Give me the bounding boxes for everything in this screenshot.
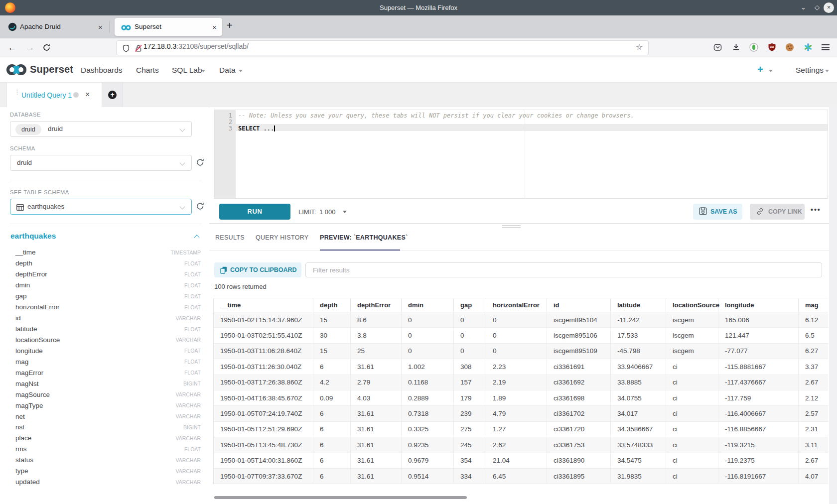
- column-row[interactable]: net VARCHAR: [10, 411, 201, 422]
- table-cell: 15: [313, 344, 351, 359]
- browser-tab-superset[interactable]: Superset ×: [114, 17, 223, 36]
- column-header[interactable]: locationSource: [666, 298, 718, 312]
- column-header[interactable]: latitude: [611, 298, 666, 312]
- column-header[interactable]: __time: [214, 298, 313, 312]
- forward-icon[interactable]: →: [26, 43, 34, 53]
- pocket-icon[interactable]: [713, 43, 722, 54]
- column-row[interactable]: rms FLOAT: [10, 444, 201, 455]
- window-restore-icon[interactable]: ◇: [815, 3, 820, 11]
- save-as-button[interactable]: SAVE AS: [693, 204, 742, 220]
- nav-charts[interactable]: Charts: [136, 66, 159, 75]
- column-row[interactable]: updated VARCHAR: [10, 477, 201, 488]
- column-header[interactable]: dmin: [402, 298, 454, 312]
- query-tab[interactable]: ⋮ Untitled Query 1 ×: [6, 83, 102, 107]
- table-cell: ci3361895: [547, 469, 611, 484]
- column-row[interactable]: magNst BIGINT: [10, 378, 201, 389]
- column-header[interactable]: depth: [313, 298, 351, 312]
- pane-divider[interactable]: [209, 107, 209, 504]
- column-row[interactable]: magError FLOAT: [10, 367, 201, 378]
- column-row[interactable]: type VARCHAR: [10, 466, 201, 477]
- table-cell: 6.27: [799, 344, 828, 359]
- tab-results[interactable]: RESULTS: [215, 234, 245, 241]
- menu-hamburger-icon[interactable]: [822, 44, 830, 53]
- copy-to-clipboard-button[interactable]: COPY TO CLIPBOARD: [214, 262, 301, 277]
- column-row[interactable]: locationSource VARCHAR: [10, 335, 201, 346]
- tab-preview-earthquakes[interactable]: PREVIEW: `EARTHQUAKES`: [320, 234, 408, 241]
- pane-drag-handle[interactable]: [502, 225, 521, 226]
- ublock-icon[interactable]: uO: [768, 43, 776, 54]
- table-icon: [16, 204, 24, 213]
- column-row[interactable]: gap FLOAT: [10, 291, 201, 302]
- superset-logo[interactable]: [5, 63, 28, 78]
- schema-select[interactable]: druid: [10, 155, 192, 171]
- query-tab-close-icon[interactable]: ×: [85, 90, 90, 99]
- chevron-down-icon: [239, 70, 243, 72]
- column-header[interactable]: mag: [799, 298, 828, 312]
- horizontal-scrollbar-thumb[interactable]: [214, 496, 467, 499]
- column-row[interactable]: nst BIGINT: [10, 422, 201, 433]
- nav-dashboards[interactable]: Dashboards: [81, 66, 123, 75]
- refresh-table-icon[interactable]: [196, 202, 205, 213]
- sql-editor[interactable]: 1 2 3 -- Note: Unless you save your quer…: [214, 110, 828, 199]
- url-text[interactable]: 172.18.0.3:32108/superset/sqllab/: [143, 42, 249, 50]
- window-menu-icon[interactable]: ⌄: [801, 3, 806, 11]
- copy-link-button[interactable]: COPY LINK: [750, 204, 805, 220]
- window-close-icon[interactable]: ×: [824, 2, 834, 13]
- brand-name[interactable]: Superset: [30, 64, 73, 75]
- scrollbar-track[interactable]: [829, 107, 837, 504]
- column-header[interactable]: longitude: [718, 298, 799, 312]
- column-name: mag: [15, 358, 184, 366]
- refresh-schema-icon[interactable]: [196, 158, 205, 169]
- column-row[interactable]: place VARCHAR: [10, 433, 201, 444]
- filter-results-input[interactable]: [305, 262, 822, 277]
- column-row[interactable]: horizontalError FLOAT: [10, 302, 201, 313]
- pane-drag-handle[interactable]: [502, 227, 521, 228]
- column-header[interactable]: gap: [454, 298, 486, 312]
- column-row[interactable]: status VARCHAR: [10, 455, 201, 466]
- extension-green-icon[interactable]: [749, 43, 758, 54]
- run-button[interactable]: RUN: [219, 204, 290, 220]
- column-header[interactable]: horizontalError: [486, 298, 547, 312]
- new-tab-button[interactable]: +: [227, 20, 233, 31]
- add-new-button[interactable]: +: [757, 64, 763, 75]
- table-select[interactable]: earthquakes: [10, 199, 192, 215]
- column-row[interactable]: longitude FLOAT: [10, 345, 201, 356]
- more-options-button[interactable]: •••: [811, 206, 821, 214]
- cookie-icon[interactable]: [785, 43, 794, 54]
- column-row[interactable]: depthError FLOAT: [10, 269, 201, 280]
- column-row[interactable]: depth FLOAT: [10, 258, 201, 269]
- column-list: __time TIMESTAMP depth FLOAT depthError …: [10, 247, 201, 488]
- column-row[interactable]: __time TIMESTAMP: [10, 247, 201, 258]
- column-row[interactable]: mag FLOAT: [10, 356, 201, 367]
- add-query-tab-icon[interactable]: +: [108, 91, 117, 99]
- back-icon[interactable]: ←: [8, 43, 16, 53]
- column-header[interactable]: depthError: [351, 298, 402, 312]
- add-query-tab-tile[interactable]: +: [102, 83, 123, 107]
- extension-asterisk-icon[interactable]: [804, 43, 813, 54]
- browser-tab-apache-druid[interactable]: Apache Druid: [20, 23, 61, 30]
- column-row[interactable]: magSource VARCHAR: [10, 389, 201, 400]
- bookmark-star-icon[interactable]: ☆: [636, 42, 643, 52]
- table-cell: 31.61: [351, 406, 402, 421]
- tab-query-history[interactable]: QUERY HISTORY: [256, 234, 308, 241]
- collapse-chevron-icon[interactable]: [194, 235, 199, 240]
- table-schema-heading[interactable]: earthquakes: [10, 232, 56, 241]
- tab-close-icon[interactable]: ×: [212, 23, 217, 31]
- nav-settings[interactable]: Settings: [796, 66, 824, 75]
- window-title: Superset — Mozilla Firefox: [0, 4, 837, 11]
- column-row[interactable]: id VARCHAR: [10, 313, 201, 324]
- nav-sql-lab[interactable]: SQL Lab: [172, 66, 202, 75]
- column-row[interactable]: dmin FLOAT: [10, 280, 201, 291]
- reload-icon[interactable]: [42, 43, 51, 54]
- nav-data[interactable]: Data: [219, 66, 236, 75]
- table-cell: ci: [666, 453, 718, 469]
- chevron-down-icon[interactable]: [343, 211, 347, 213]
- table-cell: 245: [454, 437, 486, 453]
- column-row[interactable]: magType VARCHAR: [10, 400, 201, 411]
- tab-close-icon[interactable]: ×: [98, 23, 103, 31]
- column-header[interactable]: id: [547, 298, 611, 312]
- column-row[interactable]: latitude FLOAT: [10, 324, 201, 335]
- limit-value[interactable]: 1 000: [319, 208, 336, 216]
- database-select[interactable]: druid druid: [10, 121, 192, 137]
- download-icon[interactable]: [732, 43, 740, 54]
